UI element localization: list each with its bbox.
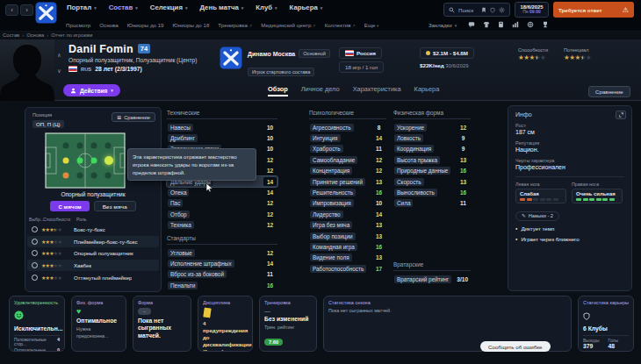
shield-icon[interactable] [490,7,495,13]
attribute-row[interactable]: Скорость 13 [393,176,471,187]
pitch-comparison-button[interactable]: ⊞ Сравнение [112,112,155,122]
role-radio[interactable] [32,250,38,256]
attribute-row[interactable]: Храбрость 11 [309,144,386,154]
nav-item[interactable]: Селекция ▾ [150,4,188,11]
date-widget[interactable]: 18/6/2025 Пн 09:00 [515,2,549,18]
attribute-row[interactable]: Опека 14 [167,187,277,197]
attribute-row[interactable]: Исполнение штрафных 14 [167,258,277,268]
back-button[interactable]: ‹ [5,4,18,16]
role-radio[interactable] [32,275,38,281]
attribute-row[interactable]: Самообладание 12 [309,154,386,165]
report-bug-button[interactable]: Сообщить об ошибке [480,341,551,352]
attribute-row[interactable]: Навесы 10 [167,122,277,132]
attribute-row[interactable]: Концентрация 12 [309,166,386,176]
attribute-row[interactable]: Видение поля 13 [309,253,386,263]
sub-nav-item[interactable]: Еще [364,22,378,28]
club-name[interactable]: Динамо Москва [248,51,295,57]
attribute-row[interactable]: Командная игра 16 [309,241,386,252]
nav-item[interactable]: Карьера ▾ [290,4,323,11]
sub-nav-item[interactable]: Коллектив [325,22,356,28]
sub-nav-item[interactable]: Основа [99,22,118,28]
nav-item[interactable]: Состав ▾ [109,4,138,11]
transfer-card-icon[interactable] [498,21,504,28]
attribute-row[interactable]: Пенальти 16 [167,280,277,290]
nav-item[interactable]: День матча ▾ [199,4,243,11]
role-row[interactable]: ★★★★★ Опорный полузащитник [27,247,159,260]
attribute-row[interactable]: Решительность 16 [309,187,386,197]
attribute-row[interactable]: Вброс из-за боковой 11 [167,269,277,280]
attribute-row[interactable]: Выбор позиции 13 [309,231,386,241]
breadcrumb-item[interactable]: Основа [19,32,44,38]
role-row[interactable]: ★★★★★ Хавбек [27,260,159,272]
attribute-row[interactable]: Пас 12 [167,198,277,209]
gear-icon[interactable] [499,7,505,13]
attribute-row[interactable]: Координация 9 [393,144,471,154]
attribute-row[interactable]: Высота прыжка 13 [393,154,471,165]
role-radio[interactable] [32,226,38,232]
attribute-row[interactable]: Агрессивность 8 [309,122,386,132]
role-radio[interactable] [32,239,38,245]
trophy-icon[interactable] [542,21,549,28]
breadcrumb-item[interactable]: Отчет по игрокам [44,32,92,38]
attribute-row[interactable]: Сила 11 [393,198,471,209]
satisfaction-panel[interactable]: Удовлетворенность Исключительн... Положи… [9,296,65,352]
nav-item[interactable]: Портал ▾ [67,4,97,11]
attribute-row[interactable]: Техника 12 [167,220,277,231]
traits-badge[interactable]: ✎ Навыки - 2 [515,211,559,221]
response-required-button[interactable]: Требуется ответ ⚠ [553,2,634,18]
stats-icon[interactable] [512,21,519,28]
attribute-row[interactable]: Ловкость 9 [393,132,471,143]
shirt-icon[interactable] [483,21,490,28]
bookmarks-button[interactable]: Закладки ▾ [429,22,457,28]
with-ball-toggle[interactable]: С мячом [50,201,89,211]
sub-nav-item[interactable]: Тренировка [218,22,252,28]
chat-icon[interactable] [468,21,475,28]
attribute-row[interactable]: Игра без мяча 13 [309,220,386,231]
sub-nav-item[interactable]: Медицинский центр [261,22,315,28]
expand-icon[interactable] [616,111,626,119]
forward-button[interactable]: › [20,4,33,16]
attribute-row[interactable]: Вратарский рейтинг 3/10 [393,274,471,284]
attribute-row[interactable]: Дриблинг 10 [167,132,277,143]
discipline-panel[interactable]: Дисциплина 4 предупреждения до дисквалиф… [198,296,253,352]
without-ball-toggle[interactable]: Без мяча [94,201,136,211]
role-row[interactable]: ★★★★★ Оттянутый плеймейкер [27,271,159,283]
form-panel[interactable]: Форма - Пока нет сыгранных матчей. [133,296,191,352]
comparison-button[interactable]: Сравнение [588,86,630,97]
previous-player-button[interactable]: ∧ [55,51,63,59]
club-crest-logo[interactable] [35,2,57,24]
breadcrumb-item[interactable]: Состав [3,32,19,38]
attribute-row[interactable]: Принятие решений 13 [309,176,386,187]
player-tab[interactable]: Карьера [414,85,440,96]
position-pitch[interactable] [45,132,126,189]
career-stats-panel[interactable]: Статистика карьеры 6 Клубы Выходы 379 Го… [578,296,634,352]
role-row[interactable]: ★★★★★★ Бокс-ту-бокс [27,224,159,236]
attribute-row[interactable]: Работоспособность 17 [309,263,386,274]
sub-nav-item[interactable]: Просмотр [66,22,90,28]
role-radio[interactable] [32,262,38,268]
attribute-row[interactable]: Природные данные 16 [393,166,471,176]
nav-item[interactable]: Клуб ▾ [256,4,277,11]
bookmark-icon[interactable] [481,7,486,13]
attribute-row[interactable]: Угловые 12 [167,247,277,258]
attribute-row[interactable]: Импровизация 10 [309,198,386,209]
player-tab[interactable]: Личное дело [301,85,340,96]
player-tab[interactable]: Характеристика [353,85,401,96]
attribute-row[interactable]: Интуиция 14 [309,132,386,143]
attribute-row[interactable]: Выносливость 16 [393,187,471,197]
sub-nav-item[interactable]: Юниоры до 19 [127,22,164,28]
player-tab[interactable]: Обзор [268,85,288,96]
training-panel[interactable]: Тренировка — Без изменений Трен. рейтинг… [259,296,317,352]
next-player-button[interactable]: ∨ [55,67,63,75]
attribute-row[interactable]: Ускорение 12 [393,122,471,132]
globe-icon[interactable] [527,21,534,28]
role-row[interactable]: ★★★★★ Плеймейкер-бокс-ту-бокс [27,236,159,248]
search-box[interactable]: Поиск [443,3,510,17]
attribute-row[interactable]: Лидерство 14 [309,209,386,219]
sub-nav-item[interactable]: Юниоры до 18 [173,22,210,28]
attribute-value: 16 [372,189,385,197]
actions-button[interactable]: Действия ▾ [63,84,120,96]
attribute-row[interactable]: Отбор 12 [167,209,277,219]
fitness-panel[interactable]: Физ. форма ♥ Оптимальное Нужна предсезон… [71,296,126,352]
club-crest[interactable] [220,46,242,69]
